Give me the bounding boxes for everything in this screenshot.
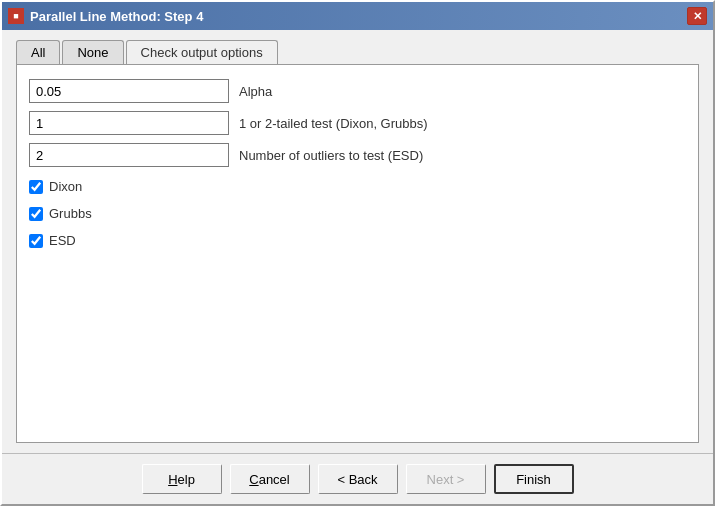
finish-label: Finish [516,472,551,487]
footer: Help Cancel < Back Next > Finish [2,453,713,504]
window-title: Parallel Line Method: Step 4 [30,9,203,24]
content-area: All None Check output options Alpha 1 or… [2,30,713,453]
grubbs-label[interactable]: Grubbs [49,206,92,221]
app-icon: ■ [8,8,24,24]
spacer [29,256,686,428]
alpha-row: Alpha [29,79,686,103]
tailed-input[interactable] [29,111,229,135]
next-label: Next > [427,472,465,487]
tab-active: Check output options [126,40,278,64]
grubbs-row: Grubbs [29,206,686,221]
main-window: ■ Parallel Line Method: Step 4 ✕ All Non… [0,0,715,506]
outliers-input[interactable] [29,143,229,167]
back-button[interactable]: < Back [318,464,398,494]
tab-row: All None Check output options [16,40,699,64]
back-label: < Back [337,472,377,487]
esd-row: ESD [29,233,686,248]
alpha-label: Alpha [239,84,272,99]
help-button[interactable]: Help [142,464,222,494]
esd-label[interactable]: ESD [49,233,76,248]
tailed-label: 1 or 2-tailed test (Dixon, Grubbs) [239,116,428,131]
tab-none[interactable]: None [62,40,123,64]
close-button[interactable]: ✕ [687,7,707,25]
grubbs-checkbox[interactable] [29,207,43,221]
outliers-label: Number of outliers to test (ESD) [239,148,423,163]
title-bar: ■ Parallel Line Method: Step 4 ✕ [2,2,713,30]
alpha-input[interactable] [29,79,229,103]
dixon-checkbox[interactable] [29,180,43,194]
esd-checkbox[interactable] [29,234,43,248]
dixon-row: Dixon [29,179,686,194]
finish-button[interactable]: Finish [494,464,574,494]
options-panel: Alpha 1 or 2-tailed test (Dixon, Grubbs)… [16,64,699,443]
tab-all[interactable]: All [16,40,60,64]
dixon-label[interactable]: Dixon [49,179,82,194]
next-button[interactable]: Next > [406,464,486,494]
help-label: Help [168,472,195,487]
outliers-row: Number of outliers to test (ESD) [29,143,686,167]
cancel-button[interactable]: Cancel [230,464,310,494]
tailed-row: 1 or 2-tailed test (Dixon, Grubbs) [29,111,686,135]
title-bar-left: ■ Parallel Line Method: Step 4 [8,8,203,24]
cancel-label: Cancel [249,472,289,487]
